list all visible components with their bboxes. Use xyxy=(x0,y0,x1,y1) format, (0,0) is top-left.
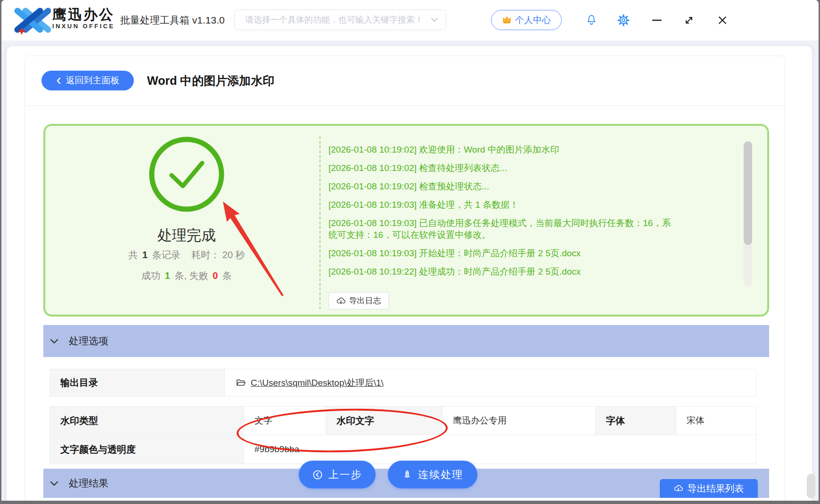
color-value-cell: #9b9b9bba xyxy=(244,435,756,464)
search-input[interactable] xyxy=(244,15,431,25)
section-results-label: 处理结果 xyxy=(69,477,108,490)
watermark-type-value: 文字 xyxy=(254,415,272,427)
log-line: [2026-01-08 10:19:02] 检查预处理状态... xyxy=(328,180,680,192)
brand-name-cn: 鹰迅办公 xyxy=(52,8,115,22)
notification-bell-icon[interactable] xyxy=(585,14,598,27)
previous-step-label: 上一步 xyxy=(328,468,362,482)
brand-name-en: INXUN OFFICE xyxy=(52,23,115,30)
section-header-options[interactable]: 处理选项 xyxy=(43,325,769,357)
back-to-dashboard-button[interactable]: 返回到主面板 xyxy=(41,71,134,90)
export-log-label: 导出日志 xyxy=(349,295,381,306)
user-center-label: 个人中心 xyxy=(515,14,551,26)
color-label: 文字颜色与透明度 xyxy=(60,443,136,456)
user-center-button[interactable]: 个人中心 xyxy=(491,10,562,30)
top-bar: 鹰迅办公 INXUN OFFICE 批量处理工具箱 v1.13.0 个人中心 xyxy=(1,0,819,41)
time-value: 20 秒 xyxy=(222,250,245,260)
app-title: 批量处理工具箱 v1.13.0 xyxy=(120,14,225,27)
font-value: 宋体 xyxy=(687,415,705,427)
log-line: [2026-01-08 10:19:03] 已自动使用多任务处理模式，当前最大同… xyxy=(328,217,680,241)
cloud-download-icon xyxy=(674,485,683,492)
color-label-cell: 文字颜色与透明度 xyxy=(49,435,244,464)
success-prefix: 成功 xyxy=(141,270,160,281)
chevron-down-icon xyxy=(431,16,438,24)
success-mid: 条, 失败 xyxy=(174,270,208,281)
watermark-text-value: 鹰迅办公专用 xyxy=(453,415,507,427)
function-search-select[interactable] xyxy=(234,9,446,30)
success-check-icon xyxy=(144,132,229,219)
chevron-left-icon xyxy=(56,77,61,85)
continue-process-label: 连续处理 xyxy=(418,468,463,482)
output-dir-link[interactable]: C:\Users\sqmil\Desktop\处理后\1\ xyxy=(236,377,384,389)
font-label: 字体 xyxy=(606,415,625,427)
chevron-down-icon xyxy=(50,481,58,486)
circle-back-icon xyxy=(312,470,323,480)
output-dir-label-cell: 输出目录 xyxy=(49,369,225,397)
total-prefix: 共 xyxy=(128,250,138,260)
close-button[interactable] xyxy=(716,14,729,27)
cloud-download-icon xyxy=(336,297,345,305)
crown-icon xyxy=(502,16,512,24)
page-title: Word 中的图片添加水印 xyxy=(147,73,274,89)
maximize-button[interactable] xyxy=(683,14,695,26)
back-button-label: 返回到主面板 xyxy=(66,74,120,87)
previous-step-button[interactable]: 上一步 xyxy=(299,461,376,488)
log-line: [2026-01-08 10:19:02] 欢迎使用：Word 中的图片添加水印 xyxy=(328,144,680,155)
export-results-label: 导出结果列表 xyxy=(688,482,744,495)
output-dir-value-cell: C:\Users\sqmil\Desktop\处理后\1\ xyxy=(224,369,756,397)
page-scrollbar-thumb[interactable] xyxy=(807,474,815,498)
log-line: [2026-01-08 10:19:02] 检查待处理列表状态... xyxy=(328,162,680,174)
total-suffix: 条记录 xyxy=(152,250,180,260)
chevron-down-icon xyxy=(50,339,58,344)
divider xyxy=(25,106,785,106)
rocket-icon xyxy=(402,470,412,480)
export-log-button[interactable]: 导出日志 xyxy=(328,292,389,309)
fail-count: 0 xyxy=(213,270,218,281)
color-value: #9b9b9bba xyxy=(254,444,299,455)
watermark-text-label: 水印文字 xyxy=(336,415,374,427)
main-content-card: 返回到主面板 Word 中的图片添加水印 处理完成 共 1 条记录 耗时： 20… xyxy=(7,46,812,501)
continue-process-button[interactable]: 连续处理 xyxy=(388,461,477,488)
font-value-cell: 宋体 xyxy=(676,406,756,435)
folder-open-icon xyxy=(236,379,246,387)
font-label-cell: 字体 xyxy=(595,406,676,435)
success-count: 1 xyxy=(165,270,170,281)
process-complete-panel: 处理完成 共 1 条记录 耗时： 20 秒 成功 1 条, 失败 0 条 [20… xyxy=(43,124,769,317)
log-scrollbar-track xyxy=(744,141,752,286)
log-line: [2026-01-08 10:19:03] 开始处理：时尚产品介绍手册 2 5页… xyxy=(328,247,680,259)
watermark-type-label-cell: 水印类型 xyxy=(49,406,244,435)
log-line: [2026-01-08 10:19:22] 处理成功：时尚产品介绍手册 2 5页… xyxy=(328,266,680,277)
app-logo-icon xyxy=(13,6,51,37)
minimize-button[interactable] xyxy=(651,15,663,25)
status-title: 处理完成 xyxy=(130,226,243,245)
section-options-label: 处理选项 xyxy=(69,334,108,348)
watermark-text-value-cell: 鹰迅办公专用 xyxy=(442,406,596,435)
time-label: 耗时： xyxy=(191,250,220,260)
app-window: 鹰迅办公 INXUN OFFICE 批量处理工具箱 v1.13.0 个人中心 xyxy=(1,0,819,501)
watermark-text-label-cell: 水印文字 xyxy=(326,406,443,435)
total-count: 1 xyxy=(142,250,148,260)
watermark-type-value-cell: 文字 xyxy=(244,406,326,435)
log-line: [2026-01-08 10:19:03] 准备处理，共 1 条数据！ xyxy=(328,199,680,211)
export-results-button[interactable]: 导出结果列表 xyxy=(660,479,758,498)
settings-gear-icon[interactable] xyxy=(617,14,630,27)
output-dir-label: 输出目录 xyxy=(60,376,98,389)
fail-suffix: 条 xyxy=(222,270,232,281)
brand-block: 鹰迅办公 INXUN OFFICE xyxy=(52,8,115,30)
watermark-type-label: 水印类型 xyxy=(60,415,98,427)
output-dir-path: C:\Users\sqmil\Desktop\处理后\1\ xyxy=(251,377,384,389)
divider xyxy=(320,136,320,309)
log-scrollbar-thumb[interactable] xyxy=(744,141,752,245)
status-summary-line: 共 1 条记录 耗时： 20 秒 xyxy=(88,249,286,261)
result-summary-line: 成功 1 条, 失败 0 条 xyxy=(88,269,286,282)
process-log-list: [2026-01-08 10:19:02] 欢迎使用：Word 中的图片添加水印… xyxy=(328,144,680,284)
